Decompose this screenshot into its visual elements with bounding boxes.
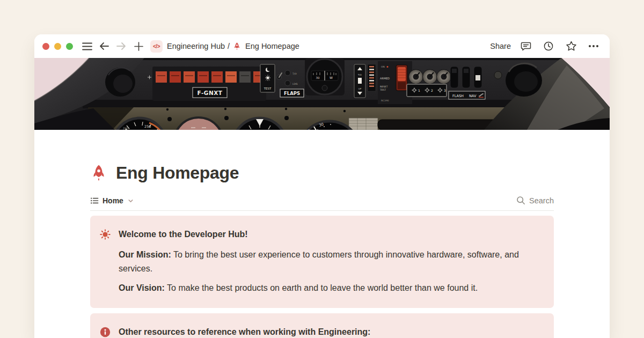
maximize-window-button[interactable] xyxy=(66,43,73,50)
trim-indicator: T/O UP xyxy=(354,64,365,98)
search-label: Search xyxy=(529,196,554,205)
cover-ldg-label: LDG xyxy=(292,83,298,85)
knob-1-label: 1 xyxy=(418,89,420,92)
gauge-250-label: 250 xyxy=(144,124,151,129)
clock-icon xyxy=(543,41,554,52)
magnetic-compass: 30 W xyxy=(305,58,345,95)
vision-text: To make the best products on earth and t… xyxy=(165,283,478,292)
chevron-down-icon xyxy=(127,197,134,204)
callout-title: Welcome to the Developer Hub! xyxy=(119,229,532,240)
info-icon xyxy=(99,326,111,338)
back-button[interactable] xyxy=(97,39,112,54)
page-content: Eng Homepage Home xyxy=(34,130,610,338)
close-window-button[interactable] xyxy=(42,43,49,50)
cover-rc390-label: RC390 xyxy=(381,99,389,102)
vision-paragraph: Our Vision: To make the best products on… xyxy=(119,281,532,295)
comment-icon xyxy=(521,41,531,52)
page-title-row: Eng Homepage xyxy=(90,163,554,183)
mission-lead: Our Mission: xyxy=(119,250,171,259)
cover-armed-label: ARMED xyxy=(380,77,390,80)
toolbar: </> Engineering Hub / Eng Homepage Share xyxy=(34,34,610,58)
minimize-window-button[interactable] xyxy=(54,43,61,50)
breadcrumb: </> Engineering Hub / Eng Homepage xyxy=(150,40,299,53)
cover-flaps-label: FLAPS xyxy=(284,91,300,96)
compass-heading-label: 30 xyxy=(316,76,320,79)
cover-to-label: T/O xyxy=(292,72,297,75)
cover-nav-label: NAV xyxy=(469,94,477,98)
registration-plate: F-GNXT xyxy=(193,87,227,98)
search-icon xyxy=(516,196,525,205)
rocket-icon[interactable] xyxy=(90,164,107,182)
cover-on-label: ON xyxy=(381,65,385,68)
breadcrumb-page-label: Eng Homepage xyxy=(245,42,299,50)
cover-image: 250 200 9 1 27 30 xyxy=(34,58,610,130)
code-icon[interactable]: </> xyxy=(150,40,163,53)
plus-icon xyxy=(134,42,143,51)
tab-home-label: Home xyxy=(103,196,123,205)
mission-text: To bring the best user experience to cus… xyxy=(119,250,519,273)
trim-to-label: T/O xyxy=(357,74,362,76)
toolbar-right: Share xyxy=(490,39,601,54)
arrow-right-icon xyxy=(116,42,127,50)
comments-button[interactable] xyxy=(518,39,533,54)
armed-panel: ON ARMED RESET TEST RC390 xyxy=(378,61,412,104)
cover-reset-label: RESET xyxy=(380,85,388,88)
page-title: Eng Homepage xyxy=(116,163,239,183)
cover-test-label: TEST xyxy=(264,87,272,90)
arrow-left-icon xyxy=(99,42,109,50)
knob-3-label: 3 xyxy=(444,89,446,92)
cockpit-panel-illustration: 250 200 9 1 27 30 xyxy=(34,58,610,130)
menu-button[interactable] xyxy=(79,39,94,54)
callout-title: Other resources to reference when workin… xyxy=(119,326,370,338)
tab-home[interactable]: Home xyxy=(90,196,134,205)
sun-icon xyxy=(99,229,111,240)
window-controls xyxy=(42,43,73,50)
favorite-button[interactable] xyxy=(564,39,579,54)
vision-lead: Our Vision: xyxy=(119,283,165,292)
flash-nav-panel: FLASH NAV xyxy=(449,91,485,99)
ellipsis-icon xyxy=(588,45,599,48)
history-button[interactable] xyxy=(541,39,556,54)
callout-body: Welcome to the Developer Hub! Our Missio… xyxy=(119,229,532,295)
breadcrumb-page[interactable]: Eng Homepage xyxy=(233,42,299,51)
knob-2-label: 2 xyxy=(431,89,433,92)
resources-callout: Other resources to reference when workin… xyxy=(90,313,554,338)
app-window: </> Engineering Hub / Eng Homepage Share xyxy=(34,34,610,338)
callout-body: Other resources to reference when workin… xyxy=(119,326,370,338)
share-button[interactable]: Share xyxy=(490,42,511,50)
view-tabs-row: Home Search xyxy=(90,196,554,211)
mission-paragraph: Our Mission: To bring the best user expe… xyxy=(119,248,532,276)
breadcrumb-parent[interactable]: Engineering Hub xyxy=(167,42,225,50)
star-icon xyxy=(566,41,577,52)
cover-reset-test-label: TEST xyxy=(379,89,386,91)
rocket-icon xyxy=(233,42,241,51)
search-button[interactable]: Search xyxy=(516,196,554,205)
cover-flash-label: FLASH xyxy=(452,94,464,98)
list-view-icon xyxy=(90,196,99,205)
compass-west-label: W xyxy=(330,76,333,79)
rocker-switches xyxy=(450,67,482,88)
cover-registration-label: F-GNXT xyxy=(197,90,223,96)
forward-button[interactable] xyxy=(114,39,129,54)
test-panel: TEST xyxy=(260,64,275,92)
breadcrumb-separator: / xyxy=(228,42,230,50)
welcome-callout: Welcome to the Developer Hub! Our Missio… xyxy=(90,216,554,308)
light-knobs: 1 2 3 xyxy=(407,70,451,97)
hamburger-icon xyxy=(82,42,92,50)
trim-up-label: UP xyxy=(358,87,362,90)
new-page-button[interactable] xyxy=(131,39,146,54)
more-button[interactable] xyxy=(586,39,601,54)
page-background: { "colors": { "page_background": "#F7F1E… xyxy=(0,0,644,338)
